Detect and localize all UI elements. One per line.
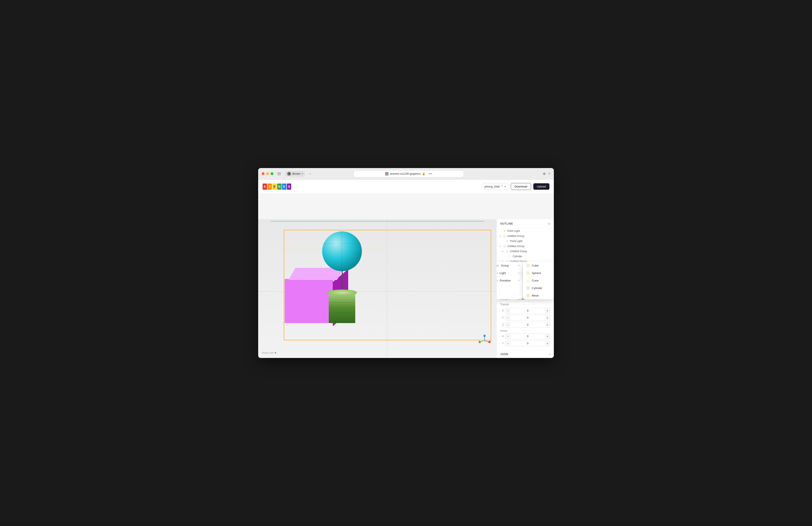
rx-increment[interactable]: + <box>545 334 550 339</box>
tree-item-cylinder[interactable]: ⬡ Cylinder <box>497 254 553 259</box>
primitive-cube-item[interactable]: □ Cube <box>523 262 554 269</box>
sphere-label: Sphere <box>532 271 541 275</box>
right-panel: OUTLINE ∨ ✦ Point Light ∨ ▷ Untitled Gro… <box>496 219 554 358</box>
primitive-submenu-menu: □ Cube ○ Sphere △ Cone ⬡ <box>523 262 554 299</box>
cylinder-label: Cylinder <box>532 286 542 290</box>
rotate-label: Rotate <box>500 329 550 332</box>
svg-text:Y: Y <box>479 340 480 342</box>
rx-value: 0 <box>511 335 545 338</box>
outline-title: OUTLINE <box>500 222 513 225</box>
shader-dropdown[interactable]: phong_total ⌃ ▾ <box>482 183 509 190</box>
outline-toggle[interactable]: ∨ <box>548 222 550 226</box>
chevron: ∨ <box>499 245 502 247</box>
tree-item-point-light-2[interactable]: ✦ Point Light <box>497 239 553 244</box>
primitive-mesh-item[interactable]: ⬡ Mesh <box>523 292 554 299</box>
svg-rect-0 <box>277 172 281 173</box>
z-axis-row: Z − 0 + <box>500 322 550 328</box>
x-decrement[interactable]: − <box>505 308 511 313</box>
svg-rect-1 <box>277 173 281 174</box>
sidebar-toggle[interactable] <box>276 171 282 177</box>
outline-header: OUTLINE ∨ <box>497 219 554 228</box>
ry-decrement[interactable]: − <box>505 341 511 346</box>
primitive-cylinder-item[interactable]: ⬡ Cylinder <box>523 284 554 292</box>
json-section[interactable]: JSON › <box>497 350 554 358</box>
dropdown-chevron: ▾ <box>505 185 506 188</box>
logo-e1: E <box>272 184 277 190</box>
light-icon: ✦ <box>506 239 509 243</box>
item-label: Untitled Group <box>507 234 551 238</box>
z-label: Z <box>500 323 504 326</box>
app-window: 🎓 Brown ▾ ‹ scenes.cs1230.graphics 🔒 •••… <box>258 168 554 358</box>
tree-item-group-3[interactable]: ∨ ▷ Untitled Group <box>497 249 553 254</box>
download-button[interactable]: Download <box>511 183 531 190</box>
tree-item-group-2[interactable]: ∨ ▷ Untitled Group <box>497 244 553 248</box>
tree-item-point-light-1[interactable]: ✦ Point Light <box>497 229 553 233</box>
share-icon[interactable]: ⊕ <box>543 172 546 176</box>
cube-icon: □ <box>526 264 530 267</box>
user-pill[interactable]: 🎓 Brown ▾ <box>285 171 305 177</box>
blue-box-top <box>271 221 484 222</box>
mesh-label: Mesh <box>532 294 539 297</box>
new-tab-icon[interactable]: + <box>548 172 550 176</box>
cylinder-line-2 <box>329 312 355 313</box>
z-stepper: − 0 + <box>505 322 550 328</box>
upload-button[interactable]: Upload <box>533 183 549 190</box>
tree-item-group-4[interactable]: ∨ ▷ Untitled Group <box>497 259 553 262</box>
y-axis-row: Y − 0 + <box>500 315 550 321</box>
mesh-icon: ⬡ <box>526 294 530 297</box>
url-text: scenes.cs1230.graphics <box>390 172 421 175</box>
cylinder-top <box>327 289 357 296</box>
minimize-button[interactable] <box>266 172 269 175</box>
y-decrement[interactable]: − <box>505 315 511 321</box>
add-dropdown-menu: ▷ Group ‹ Light Light <box>496 262 522 299</box>
toolbar-right: phong_total ⌃ ▾ Download Upload <box>482 183 549 190</box>
ry-increment[interactable]: + <box>545 341 550 346</box>
primitive-label: Primitive <box>499 279 511 282</box>
canvas-area[interactable]: Z X Y Made with ♥ <box>258 219 496 358</box>
ry-axis-row: Y − 0 + <box>500 341 550 346</box>
more-icon[interactable]: ••• <box>429 172 432 176</box>
svg-line-5 <box>484 341 489 342</box>
traffic-lights <box>262 172 273 175</box>
z-decrement[interactable]: − <box>505 322 511 327</box>
primitive-menu-item[interactable]: ‹ Primitive <box>496 277 522 284</box>
group-menu-item[interactable]: ▷ Group <box>496 262 522 269</box>
group-icon: ▷ <box>497 264 499 267</box>
x-increment[interactable]: + <box>545 308 550 313</box>
y-increment[interactable]: + <box>545 315 550 321</box>
item-label: Point Light <box>507 229 551 232</box>
svg-text:X: X <box>490 340 491 342</box>
x-stepper: − 0 + <box>505 308 550 314</box>
light-menu-item[interactable]: ‹ Light Light <box>496 269 522 277</box>
maximize-button[interactable] <box>271 172 273 175</box>
url-bar[interactable]: scenes.cs1230.graphics 🔒 ••• <box>353 170 464 177</box>
close-button[interactable] <box>262 172 264 175</box>
light-icon-menu: ‹ <box>497 271 498 275</box>
rx-decrement[interactable]: − <box>505 334 511 339</box>
logo-s2: S <box>287 184 291 190</box>
transform-row: Transfo <box>500 303 550 306</box>
ry-value: 0 <box>511 342 545 345</box>
nav-back-button[interactable]: ‹ <box>308 170 313 177</box>
url-favicon <box>385 172 389 175</box>
lock-icon: 🔒 <box>422 172 425 175</box>
transform-label: Transfo <box>500 303 516 306</box>
x-label: X <box>500 309 504 312</box>
rx-label: X <box>500 335 504 338</box>
primitive-sphere-item[interactable]: ○ Sphere <box>523 269 554 277</box>
app-header: S C E N E S phong_total ⌃ ▾ Download Upl… <box>258 180 554 194</box>
group-icon: ▷ <box>506 250 509 253</box>
dropdown-overlay: ▷ Group ‹ Light Light <box>496 262 554 299</box>
z-increment[interactable]: + <box>545 322 550 327</box>
group-icon: ▷ <box>506 260 509 262</box>
light-icon: ✦ <box>503 229 506 233</box>
rx-stepper: − 0 + <box>505 333 550 339</box>
sphere-menu-icon: ○ <box>526 271 530 275</box>
chevron: ∨ <box>499 235 502 237</box>
primitive-cone-item[interactable]: △ Cone <box>523 277 554 284</box>
tree-item-group-1[interactable]: ∨ ▷ Untitled Group <box>497 233 553 239</box>
titlebar: 🎓 Brown ▾ ‹ scenes.cs1230.graphics 🔒 •••… <box>258 168 554 180</box>
cylinder-object <box>329 292 355 323</box>
cylinder-menu-icon: ⬡ <box>526 286 530 290</box>
app-logo: S C E N E S <box>263 184 291 190</box>
